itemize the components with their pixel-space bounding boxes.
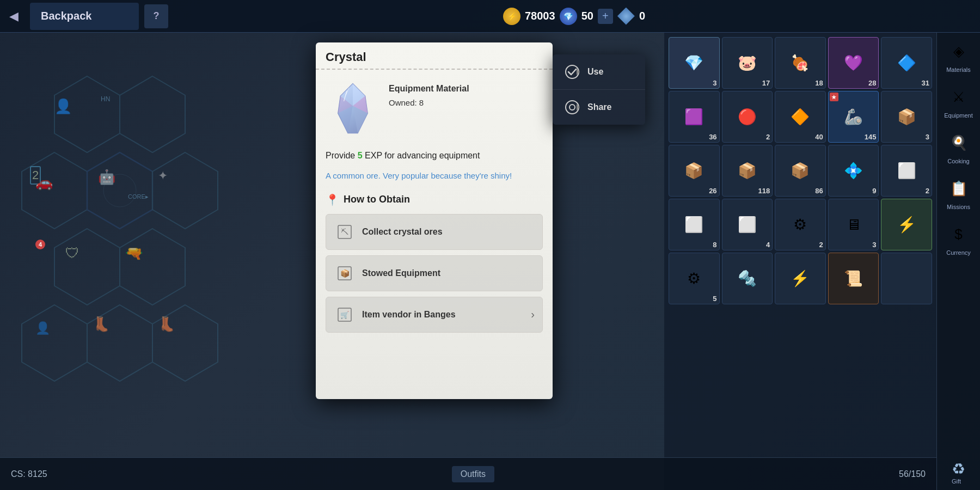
- inv-icon-9: 📦: [897, 108, 916, 126]
- method-icon-2: 🛒: [335, 305, 354, 324]
- inventory-grid: 💎 3 🐷 17 🍖 18 💜 28 🔷 31 🟪 36 🔴 2 🔶 40 ★ …: [664, 33, 936, 490]
- inv-cell-7[interactable]: 🔶 40: [775, 91, 826, 143]
- inv-cell-24[interactable]: [881, 253, 932, 304]
- share-icon: [564, 99, 581, 116]
- svg-text:🛒: 🛒: [340, 310, 350, 320]
- svg-marker-7: [22, 305, 87, 381]
- page-title: Backpack: [41, 10, 91, 22]
- inv-count-4: 31: [922, 79, 929, 87]
- inv-cell-12[interactable]: 📦 86: [775, 145, 826, 197]
- method-icon-0: ⛏: [335, 222, 354, 242]
- inv-icon-5: 🟪: [684, 108, 703, 126]
- method-svg-1: 📦: [336, 265, 353, 281]
- inv-icon-8: 🦾: [844, 108, 863, 126]
- svg-point-29: [569, 105, 575, 110]
- inv-cell-20[interactable]: ⚙ 5: [669, 253, 720, 304]
- inv-cell-14[interactable]: ⬜ 2: [881, 145, 932, 197]
- sidebar-item-cooking[interactable]: 🍳 Cooking: [946, 130, 972, 164]
- inv-icon-3: 💜: [844, 54, 863, 72]
- obtain-method-0[interactable]: ⛏ Collect crystal ores: [326, 214, 543, 250]
- inv-cell-22[interactable]: ⚡: [775, 253, 826, 304]
- inv-icon-11: 📦: [738, 162, 757, 180]
- svg-marker-3: [87, 152, 152, 229]
- inv-icon-12: 📦: [791, 162, 810, 180]
- inv-cell-3[interactable]: 💜 28: [828, 37, 879, 89]
- svg-text:📦: 📦: [340, 269, 350, 278]
- outfits-button[interactable]: Outfits: [452, 466, 494, 482]
- svg-marker-1: [120, 76, 185, 152]
- svg-marker-6: [120, 229, 185, 305]
- item-modal: Crystal: [316, 42, 553, 399]
- inv-cell-15[interactable]: ⬜ 8: [669, 199, 720, 250]
- hex-item-boots: 👢: [93, 316, 110, 333]
- recycle-area[interactable]: ♻ Gift: [952, 460, 965, 485]
- modal-header: Crystal: [316, 42, 553, 70]
- hex-svg: [0, 33, 305, 468]
- inv-cell-11[interactable]: 📦 118: [722, 145, 773, 197]
- inv-cell-18[interactable]: 🖥 3: [828, 199, 879, 250]
- inv-cell-17[interactable]: ⚙ 2: [775, 199, 826, 250]
- inv-count-17: 2: [819, 241, 823, 249]
- item-metadata: Equipment Material Owned: 8: [389, 78, 543, 107]
- inv-cell-10[interactable]: 📦 26: [669, 145, 720, 197]
- inv-cell-2[interactable]: 🍖 18: [775, 37, 826, 89]
- inv-count-15: 8: [713, 241, 716, 249]
- inv-cell-6[interactable]: 🔴 2: [722, 91, 773, 143]
- inv-cell-21[interactable]: 🔩: [722, 253, 773, 304]
- inv-cell-0[interactable]: 💎 3: [669, 37, 720, 89]
- sidebar-item-equipment[interactable]: ⚔ Equipment: [944, 84, 973, 119]
- method-arrow-2: ›: [531, 308, 535, 321]
- inv-cell-1[interactable]: 🐷 17: [722, 37, 773, 89]
- inv-count-9: 3: [926, 133, 929, 141]
- ctx-share-button[interactable]: Share: [553, 90, 645, 125]
- inv-cell-5[interactable]: 🟪 36: [669, 91, 720, 143]
- help-button[interactable]: ?: [144, 4, 168, 28]
- hex-item-char: 👤: [35, 321, 50, 335]
- inv-count-8: 145: [865, 133, 877, 141]
- inv-count-7: 40: [815, 133, 823, 141]
- context-menu: Use Share: [553, 54, 645, 125]
- obtain-method-1[interactable]: 📦 Stowed Equipment: [326, 255, 543, 291]
- coin-count: 78003: [525, 10, 555, 22]
- inv-cell-13[interactable]: 💠 9: [828, 145, 879, 197]
- back-button[interactable]: ◀: [0, 0, 27, 33]
- equipped-badge: ★: [830, 93, 838, 101]
- inv-icon-23: 📜: [844, 270, 863, 287]
- add-gems-button[interactable]: +: [598, 9, 613, 24]
- currency-label: Currency: [946, 249, 971, 256]
- bottom-bar: CS: 8125 Outfits 56/150: [0, 457, 936, 490]
- inv-cell-23[interactable]: 📜: [828, 253, 879, 304]
- sidebar-item-currency[interactable]: $ Currency: [946, 221, 972, 256]
- svg-marker-5: [54, 229, 120, 305]
- inv-icon-6: 🔴: [738, 108, 757, 126]
- modal-title: Crystal: [326, 50, 543, 64]
- inv-cell-8[interactable]: ★ 🦾 145: [828, 91, 879, 143]
- inv-count-10: 26: [709, 187, 716, 195]
- equipment-icon: ⚔: [946, 84, 972, 110]
- modal-body: Equipment Material Owned: 8 Provide 5 EX…: [316, 70, 553, 395]
- item-description-main: Provide 5 EXP for advancing equipment: [326, 149, 543, 162]
- currency-icon: $: [946, 221, 972, 247]
- inv-cell-4[interactable]: 🔷 31: [881, 37, 932, 89]
- inv-cell-16[interactable]: ⬜ 4: [722, 199, 773, 250]
- ctx-use-button[interactable]: Use: [553, 54, 645, 90]
- inv-icon-0: 💎: [684, 54, 703, 72]
- method-label-1: Stowed Equipment: [362, 268, 440, 278]
- title-section: Backpack: [30, 3, 139, 30]
- obtain-method-2[interactable]: 🛒 Item vendor in Banges ›: [326, 297, 543, 333]
- hex-item-vehicle: 🚗: [35, 174, 53, 191]
- inv-count-14: 2: [926, 187, 929, 195]
- method-svg-2: 🛒: [336, 307, 353, 323]
- sidebar-item-materials[interactable]: ◈ Materials: [946, 38, 972, 73]
- inv-count-2: 18: [815, 79, 823, 87]
- sidebar-item-missions[interactable]: 📋 Missions: [946, 175, 972, 210]
- cooking-icon: 🍳: [946, 130, 972, 156]
- inv-cell-19[interactable]: ⚡: [881, 199, 932, 250]
- capacity-info: 56/150: [899, 469, 926, 479]
- top-center-bar: ⚡ 78003 💎 50 + 0: [168, 8, 980, 25]
- hex-item-boots2: 👢: [158, 316, 175, 333]
- missions-label: Missions: [947, 204, 970, 210]
- inv-cell-9[interactable]: 📦 3: [881, 91, 932, 143]
- crystal-image: [326, 78, 380, 138]
- crystal-svg: [331, 81, 375, 136]
